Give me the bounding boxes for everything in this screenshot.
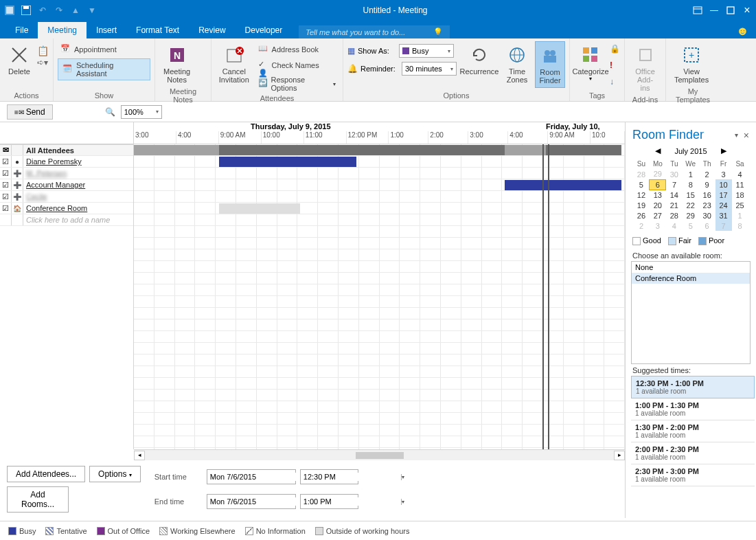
attendee-checkbox[interactable]: ☑ bbox=[0, 169, 11, 178]
tab-insert[interactable]: Insert bbox=[87, 22, 126, 38]
calendar-day[interactable]: 28 bbox=[666, 210, 683, 221]
office-addins-button[interactable]: Office Add-ins bbox=[629, 41, 661, 95]
pane-close-icon[interactable]: × bbox=[744, 130, 749, 141]
calendar-day[interactable]: 29 bbox=[650, 169, 666, 179]
high-importance-icon[interactable]: ! bbox=[610, 60, 620, 70]
calendar-day[interactable]: 7 bbox=[666, 179, 683, 190]
attendee-row[interactable]: ☑➕M. Petersen bbox=[0, 168, 133, 179]
start-date-field[interactable]: 📅 bbox=[207, 469, 296, 484]
calendar-day[interactable]: 23 bbox=[699, 200, 715, 210]
room-item[interactable]: Conference Room bbox=[632, 273, 750, 284]
appointment-button[interactable]: 📅 Appointment bbox=[58, 43, 119, 56]
copy-calendar-icon[interactable]: 📋 bbox=[37, 45, 49, 56]
next-month-icon[interactable]: ▶ bbox=[721, 146, 726, 155]
calendar-day[interactable]: 2 bbox=[699, 169, 715, 179]
zoom-select[interactable]: 100%▾ bbox=[121, 105, 162, 119]
calendar-day[interactable]: 8 bbox=[732, 221, 748, 231]
chevron-down-icon[interactable]: ▾ bbox=[401, 474, 404, 480]
calendar-day[interactable]: 11 bbox=[732, 179, 748, 190]
calendar-day[interactable]: 4 bbox=[732, 169, 748, 179]
calendar-day[interactable]: 25 bbox=[732, 200, 748, 210]
end-time-field[interactable]: ▾ bbox=[300, 494, 358, 509]
attendee-row[interactable]: ☑➕Account Manager bbox=[0, 179, 133, 191]
calendar-day[interactable]: 14 bbox=[666, 190, 683, 200]
cancel-invitation-button[interactable]: Cancel Invitation bbox=[216, 41, 253, 87]
reminder-select[interactable]: 30 minutes▾ bbox=[402, 62, 457, 76]
scroll-right-icon[interactable]: ▸ bbox=[614, 451, 625, 460]
room-finder-button[interactable]: Room Finder bbox=[535, 41, 565, 88]
meeting-notes-button[interactable]: N Meeting Notes bbox=[159, 41, 194, 87]
scheduling-assistant-button[interactable]: 🗓️ Scheduling Assistant bbox=[58, 58, 150, 80]
add-attendees-button[interactable]: Add Attendees... bbox=[7, 466, 85, 482]
forward-icon[interactable]: ➪▾ bbox=[37, 58, 49, 67]
pane-options-icon[interactable]: ▾ bbox=[735, 131, 738, 139]
time-zones-button[interactable]: Time Zones bbox=[502, 41, 532, 87]
low-importance-icon[interactable]: ↓ bbox=[610, 77, 620, 87]
suggested-time-item[interactable]: 2:00 PM - 2:30 PM1 available room bbox=[631, 442, 755, 464]
mini-calendar[interactable]: SuMoTuWeThFrSa28293012345678910111213141… bbox=[633, 158, 748, 231]
categorize-button[interactable]: Categorize ▾ bbox=[574, 41, 607, 85]
view-templates-button[interactable]: + View Templates bbox=[670, 41, 713, 87]
calendar-day[interactable]: 12 bbox=[633, 190, 650, 200]
showas-select[interactable]: Busy▾ bbox=[399, 44, 454, 58]
check-names-button[interactable]: ✓👤Check Names bbox=[255, 58, 339, 72]
minimize-icon[interactable]: — bbox=[709, 5, 719, 15]
calendar-day[interactable]: 13 bbox=[650, 190, 666, 200]
calendar-day[interactable]: 8 bbox=[683, 179, 699, 190]
ribbon-options-icon[interactable] bbox=[693, 5, 702, 15]
response-options-button[interactable]: ↩️Response Options▾ bbox=[255, 74, 339, 93]
attendee-checkbox[interactable]: ☑ bbox=[0, 192, 11, 201]
recurrence-button[interactable]: Recurrence bbox=[459, 41, 499, 78]
calendar-day[interactable]: 30 bbox=[699, 210, 715, 221]
attendee-row[interactable]: ☑➕Cecile bbox=[0, 191, 133, 203]
tab-file[interactable]: File bbox=[5, 22, 38, 38]
start-time-field[interactable]: ▾ bbox=[300, 469, 358, 484]
calendar-day[interactable]: 19 bbox=[633, 200, 650, 210]
calendar-day[interactable]: 7 bbox=[715, 221, 732, 231]
suggested-time-item[interactable]: 1:00 PM - 1:30 PM1 available room bbox=[631, 398, 755, 420]
calendar-day[interactable]: 21 bbox=[666, 200, 683, 210]
calendar-day[interactable]: 1 bbox=[732, 210, 748, 221]
calendar-day[interactable]: 26 bbox=[633, 210, 650, 221]
room-item[interactable]: None bbox=[632, 262, 750, 273]
calendar-day[interactable]: 31 bbox=[715, 210, 732, 221]
feedback-smiley-icon[interactable]: ☻ bbox=[736, 24, 749, 38]
room-list[interactable]: NoneConference Room bbox=[631, 261, 751, 364]
attendee-row[interactable]: ☑●Diane Poremsky bbox=[0, 156, 133, 168]
calendar-day[interactable]: 2 bbox=[633, 221, 650, 231]
end-date-field[interactable]: 📅 bbox=[207, 494, 296, 509]
maximize-icon[interactable] bbox=[726, 5, 735, 15]
scheduling-grid[interactable] bbox=[134, 144, 625, 449]
private-lock-icon[interactable]: 🔒 bbox=[610, 44, 620, 54]
calendar-day[interactable]: 30 bbox=[666, 169, 683, 179]
magnifier-icon[interactable]: 🔍 bbox=[105, 107, 115, 117]
next-icon[interactable]: ▼ bbox=[87, 5, 98, 16]
scroll-left-icon[interactable]: ◂ bbox=[134, 451, 145, 460]
redo-icon[interactable]: ↷ bbox=[54, 5, 65, 16]
address-book-button[interactable]: 📖Address Book bbox=[255, 43, 339, 56]
horizontal-scrollbar[interactable]: ◂ ▸ bbox=[134, 449, 625, 460]
calendar-day[interactable]: 1 bbox=[683, 169, 699, 179]
calendar-day[interactable]: 16 bbox=[699, 190, 715, 200]
tab-format-text[interactable]: Format Text bbox=[126, 22, 189, 38]
calendar-day[interactable]: 24 bbox=[715, 200, 732, 210]
calendar-day[interactable]: 6 bbox=[650, 179, 666, 190]
prev-icon[interactable]: ▲ bbox=[70, 5, 81, 16]
calendar-day[interactable]: 4 bbox=[666, 221, 683, 231]
undo-icon[interactable]: ↶ bbox=[37, 5, 48, 16]
attendee-row[interactable]: ☑🏠Conference Room bbox=[0, 203, 133, 214]
tab-developer[interactable]: Developer bbox=[236, 22, 293, 38]
tab-review[interactable]: Review bbox=[189, 22, 235, 38]
suggested-time-item[interactable]: 2:30 PM - 3:00 PM1 available room bbox=[631, 464, 755, 486]
suggested-time-item[interactable]: 12:30 PM - 1:00 PM1 available room bbox=[631, 376, 755, 398]
add-name-placeholder[interactable]: Click here to add a name bbox=[23, 216, 110, 224]
suggested-times-list[interactable]: 12:30 PM - 1:00 PM1 available room1:00 P… bbox=[631, 376, 755, 499]
tellme-search[interactable]: Tell me what you want to do... 💡 bbox=[299, 25, 450, 38]
calendar-day[interactable]: 9 bbox=[699, 179, 715, 190]
prev-month-icon[interactable]: ◀ bbox=[655, 146, 661, 155]
calendar-day[interactable]: 27 bbox=[650, 210, 666, 221]
calendar-day[interactable]: 6 bbox=[699, 221, 715, 231]
delete-button[interactable]: Delete bbox=[4, 41, 34, 78]
attendee-checkbox[interactable]: ☑ bbox=[0, 157, 11, 166]
calendar-day[interactable]: 28 bbox=[633, 169, 650, 179]
